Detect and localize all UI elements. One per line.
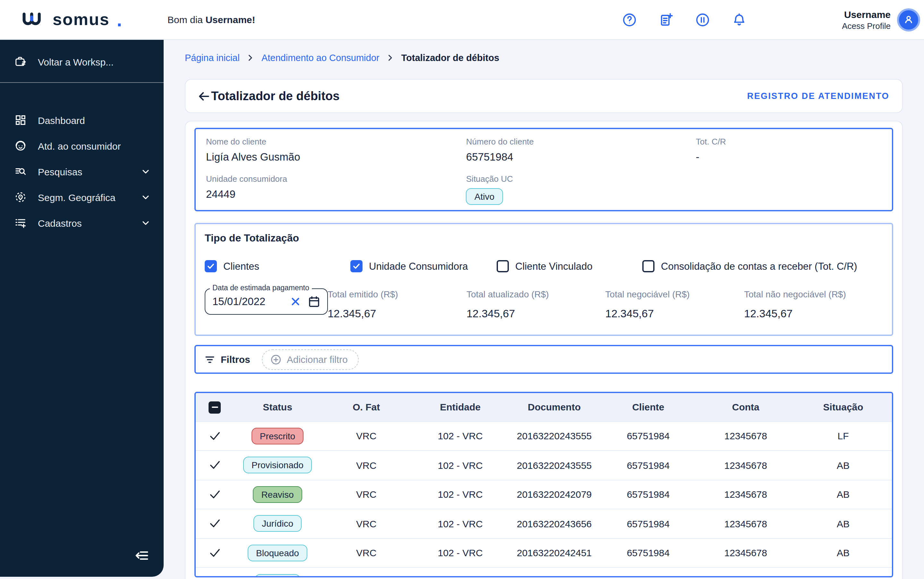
checkbox-clientes[interactable]: Clientes (205, 260, 350, 272)
consumer-unit-field: Unidade consumidora 24449 (206, 174, 466, 205)
sidebar-item-pesquisas[interactable]: Pesquisas (0, 159, 164, 184)
ofat-cell: VRC (321, 538, 412, 568)
total-label: Total emitido (R$) (328, 289, 466, 299)
total-value: 12.345,67 (605, 307, 744, 321)
app-root: somus. Bom dia Username! Username Acess … (0, 0, 924, 579)
row-select-cell[interactable] (196, 480, 234, 509)
person-icon (902, 13, 915, 26)
ofat-cell: VRC (321, 451, 412, 480)
filters-bar: Filtros Adicionar filtro (194, 345, 893, 374)
uc-status-field: Situação UC Ativo (466, 174, 696, 205)
clear-date-icon[interactable] (289, 296, 301, 307)
status-cell: Prescrito (234, 421, 321, 451)
checkbox-icon (642, 260, 655, 272)
checkbox-icon (205, 260, 217, 272)
chevron-down-icon (140, 166, 151, 177)
totalization-values-row: Data de estimada pagamento 15/01/2022 To… (205, 288, 883, 321)
select-all-checkbox[interactable] (209, 401, 221, 413)
column-header: Conta (697, 393, 794, 421)
table-header-row: Status O. Fat Entidade Documento Cliente… (196, 393, 892, 421)
debits-table: Status O. Fat Entidade Documento Cliente… (196, 393, 892, 577)
date-field-value: 15/01/2022 (212, 296, 265, 307)
row-check-icon[interactable] (209, 430, 222, 443)
somus-logo: somus. (0, 9, 164, 31)
column-header: Cliente (600, 393, 697, 421)
status-cell: Jurídico (234, 509, 321, 538)
row-check-icon[interactable] (209, 517, 222, 530)
sidebar-item-label: Atd. ao consumidor (38, 140, 121, 151)
row-check-icon[interactable] (209, 576, 222, 577)
totalization-card: Tipo de Totalização Clientes Unidade Con… (194, 223, 893, 336)
support-icon (14, 139, 27, 152)
sidebar-item-cadastros[interactable]: Cadastros (0, 210, 164, 236)
sidebar: Voltar a Worksp... Dashboard Atd. ao con… (0, 40, 164, 576)
documento-cell: 20163220242079 (509, 480, 599, 509)
sidebar-item-dashboard[interactable]: Dashboard (0, 107, 164, 133)
checkbox-consolidacao[interactable]: Consolidação de contas a receber (Tot. C… (642, 260, 857, 272)
notifications-icon[interactable] (732, 12, 747, 28)
conta-cell: 12345678 (697, 538, 794, 568)
search-list-icon (14, 165, 27, 178)
back-arrow-icon[interactable] (197, 89, 211, 103)
breadcrumb-home[interactable]: Página inicial (185, 53, 240, 63)
status-cell: Bloqueado (234, 538, 321, 568)
row-check-icon[interactable] (209, 488, 222, 501)
row-select-cell[interactable] (196, 568, 234, 577)
collapse-left-icon (133, 547, 150, 564)
registro-atendimento-button[interactable]: REGISTRO DE ATENDIMENTO (747, 91, 889, 101)
chevron-right-icon (386, 53, 394, 62)
breadcrumb-atendimento[interactable]: Atendimento ao Consumidor (261, 53, 380, 63)
sidebar-item-atendimento[interactable]: Atd. ao consumidor (0, 133, 164, 159)
situacao-cell: AB (794, 538, 892, 568)
table-row: SerasaVRC102 - VRC2016322024245165751984… (196, 568, 892, 577)
page-title-card: Totalizador de débitos REGISTRO DE ATEND… (185, 79, 903, 113)
user-block: Username Acess Profile (842, 0, 920, 40)
status-cell: Provisionado (234, 451, 321, 480)
field-label: Número do cliente (466, 137, 696, 146)
field-label: Tot. C/R (696, 137, 882, 146)
sidebar-item-segm-geografica[interactable]: Segm. Geográfica (0, 184, 164, 210)
user-name: Username (842, 9, 891, 20)
ofat-cell: VRC (321, 568, 412, 577)
table-row: ReavisoVRC102 - VRC201632202420796575198… (196, 480, 892, 509)
documento-cell: 20163220243656 (509, 509, 599, 538)
entidade-cell: 102 - VRC (412, 568, 509, 577)
sidebar-collapse-button[interactable] (119, 547, 164, 576)
add-filter-button[interactable]: Adicionar filtro (262, 349, 359, 370)
field-value: 24449 (206, 188, 466, 200)
row-select-cell[interactable] (196, 451, 234, 480)
field-label: Unidade consumidora (206, 174, 466, 184)
checkbox-cliente-vinculado[interactable]: Cliente Vinculado (497, 260, 642, 272)
row-check-icon[interactable] (209, 459, 222, 472)
estimated-payment-date-input[interactable]: Data de estimada pagamento 15/01/2022 (205, 288, 328, 315)
date-field-label: Data de estimada pagamento (210, 284, 312, 291)
total-emitido: Total emitido (R$) 12.345,67 (328, 288, 466, 321)
cliente-cell: 65751984 (600, 568, 697, 577)
row-select-cell[interactable] (196, 538, 234, 568)
situacao-cell: AB (794, 509, 892, 538)
cliente-cell: 65751984 (600, 538, 697, 568)
total-atualizado: Total atualizado (R$) 12.345,67 (466, 288, 605, 321)
situacao-cell: AB (794, 451, 892, 480)
table-row: PrescritoVRC102 - VRC2016322024355565751… (196, 421, 892, 451)
note-add-icon[interactable] (658, 12, 674, 28)
status-badge: Prescrito (251, 428, 303, 445)
calendar-icon[interactable] (307, 295, 321, 308)
sidebar-item-back-workspace[interactable]: Voltar a Worksp... (0, 40, 164, 82)
ofat-cell: VRC (321, 509, 412, 538)
sidebar-nav: Dashboard Atd. ao consumidor Pesquisas (0, 107, 164, 236)
situacao-cell: AB (794, 568, 892, 577)
pause-icon[interactable] (695, 12, 711, 28)
row-select-cell[interactable] (196, 509, 234, 538)
client-number-field: Número do cliente 65751984 (466, 137, 696, 163)
row-check-icon[interactable] (209, 546, 222, 559)
row-select-cell[interactable] (196, 421, 234, 451)
geo-pin-icon (14, 191, 27, 204)
client-name-field: Nome do cliente Ligía Alves Gusmão (206, 137, 466, 163)
checkbox-unidade-consumidora[interactable]: Unidade Consumidora (350, 260, 497, 272)
help-icon[interactable] (622, 12, 637, 28)
sidebar-item-label: Dashboard (38, 114, 85, 126)
table-row: JurídicoVRC102 - VRC20163220243656657519… (196, 509, 892, 538)
documento-cell: 20163220243555 (509, 451, 599, 480)
avatar[interactable] (897, 8, 920, 31)
